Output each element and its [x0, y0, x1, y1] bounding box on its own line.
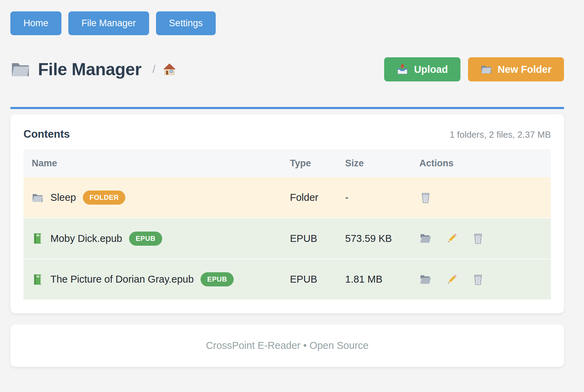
- name-cell: The Picture of Dorian Gray.epub EPUB: [32, 272, 273, 286]
- type-cell: EPUB: [282, 218, 337, 259]
- move-button[interactable]: [419, 232, 432, 245]
- upload-tray-icon: [397, 63, 408, 75]
- column-header-name: Name: [23, 149, 282, 177]
- actions-cell: [419, 232, 543, 245]
- page-header: File Manager / Upload New Folder: [10, 57, 564, 81]
- trash-icon: [419, 192, 432, 204]
- size-cell: 1.81 MB: [337, 259, 411, 300]
- green-book-icon: [32, 274, 43, 285]
- page: Home File Manager Settings File Manager …: [0, 0, 584, 367]
- nav-settings-button[interactable]: Settings: [156, 11, 216, 35]
- column-header-size: Size: [337, 149, 411, 177]
- epub-badge: EPUB: [201, 272, 234, 286]
- delete-button[interactable]: [472, 232, 484, 245]
- contents-card: Contents 1 folders, 2 files, 2.37 MB Nam…: [10, 114, 564, 313]
- move-button[interactable]: [419, 273, 432, 286]
- new-folder-button[interactable]: New Folder: [468, 57, 564, 81]
- delete-button[interactable]: [472, 273, 484, 286]
- green-book-icon: [32, 233, 43, 244]
- table-row-dorian-gray: The Picture of Dorian Gray.epub EPUB EPU…: [23, 259, 551, 300]
- folder-name-link[interactable]: Sleep: [50, 192, 76, 203]
- name-cell: Moby Dick.epub EPUB: [32, 232, 273, 246]
- size-cell: 573.59 KB: [337, 218, 411, 259]
- top-nav: Home File Manager Settings: [10, 11, 564, 35]
- epub-badge: EPUB: [129, 232, 162, 246]
- type-cell: EPUB: [282, 259, 337, 300]
- file-name: Moby Dick.epub: [50, 233, 122, 244]
- nav-home-button[interactable]: Home: [10, 11, 61, 35]
- table-header-row: Name Type Size Actions: [23, 149, 551, 177]
- trash-icon: [472, 232, 484, 245]
- footer-text: CrossPoint E-Reader • Open Source: [10, 340, 564, 351]
- open-folder-icon: [419, 273, 432, 286]
- folder-badge: FOLDER: [83, 190, 125, 205]
- actions-cell: [419, 273, 543, 286]
- pencil-icon: [446, 273, 458, 286]
- actions-cell: [419, 192, 543, 204]
- upload-button[interactable]: Upload: [384, 57, 460, 81]
- trash-icon: [472, 273, 484, 286]
- contents-title: Contents: [23, 128, 70, 140]
- rename-button[interactable]: [446, 232, 458, 245]
- pencil-icon: [446, 232, 458, 245]
- contents-card-header: Contents 1 folders, 2 files, 2.37 MB: [23, 128, 551, 140]
- contents-summary: 1 folders, 2 files, 2.37 MB: [450, 129, 551, 140]
- title-wrap: File Manager /: [10, 59, 176, 79]
- table-row-sleep: Sleep FOLDER Folder -: [23, 177, 551, 218]
- home-icon: [163, 63, 176, 76]
- page-title: File Manager: [38, 59, 142, 79]
- folder-icon: [32, 192, 43, 204]
- folder-icon: [10, 59, 30, 79]
- column-header-actions: Actions: [411, 149, 551, 177]
- file-name: The Picture of Dorian Gray.epub: [50, 274, 194, 285]
- footer: CrossPoint E-Reader • Open Source: [10, 324, 564, 367]
- header-actions: Upload New Folder: [384, 57, 564, 81]
- rename-button[interactable]: [446, 273, 458, 286]
- new-folder-button-label: New Folder: [498, 64, 552, 75]
- title-divider: [10, 107, 564, 109]
- new-folder-icon: [480, 63, 492, 75]
- name-cell: Sleep FOLDER: [32, 190, 273, 205]
- file-table: Name Type Size Actions Sleep FOLDER F: [23, 149, 551, 300]
- table-row-moby-dick: Moby Dick.epub EPUB EPUB 573.59 KB: [23, 218, 551, 259]
- upload-button-label: Upload: [414, 64, 448, 75]
- breadcrumb-home-link[interactable]: [163, 63, 176, 76]
- delete-button[interactable]: [419, 192, 432, 204]
- type-cell: Folder: [282, 177, 337, 218]
- nav-file-manager-button[interactable]: File Manager: [68, 11, 149, 35]
- breadcrumb-separator: /: [153, 63, 156, 76]
- column-header-type: Type: [282, 149, 337, 177]
- size-cell: -: [337, 177, 411, 218]
- open-folder-icon: [419, 232, 432, 245]
